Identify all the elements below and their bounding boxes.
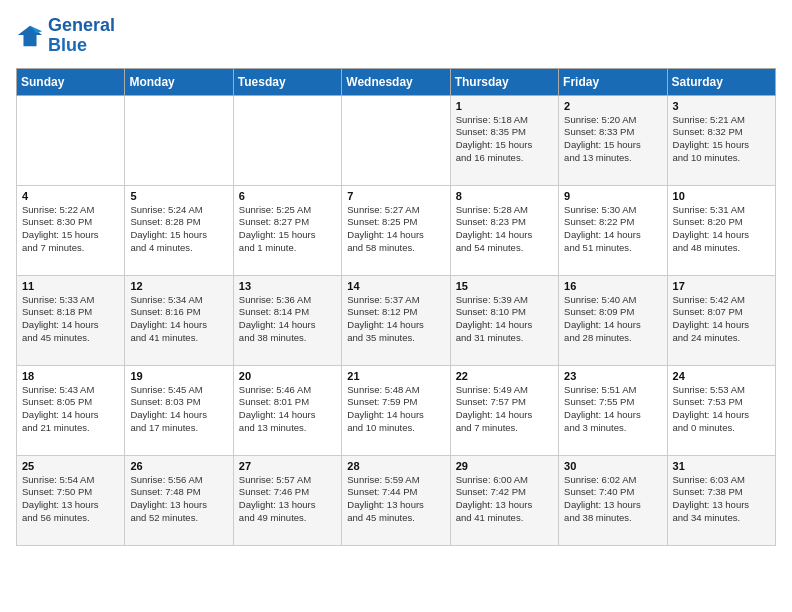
- calendar-cell: 21Sunrise: 5:48 AM Sunset: 7:59 PM Dayli…: [342, 365, 450, 455]
- cell-day-number: 26: [130, 460, 227, 472]
- calendar-cell: 22Sunrise: 5:49 AM Sunset: 7:57 PM Dayli…: [450, 365, 558, 455]
- calendar-cell: 23Sunrise: 5:51 AM Sunset: 7:55 PM Dayli…: [559, 365, 667, 455]
- cell-day-number: 7: [347, 190, 444, 202]
- calendar-cell: 12Sunrise: 5:34 AM Sunset: 8:16 PM Dayli…: [125, 275, 233, 365]
- cell-day-number: 17: [673, 280, 770, 292]
- calendar-cell: 19Sunrise: 5:45 AM Sunset: 8:03 PM Dayli…: [125, 365, 233, 455]
- cell-info: Sunrise: 5:51 AM Sunset: 7:55 PM Dayligh…: [564, 384, 661, 435]
- cell-info: Sunrise: 5:45 AM Sunset: 8:03 PM Dayligh…: [130, 384, 227, 435]
- cell-day-number: 16: [564, 280, 661, 292]
- cell-info: Sunrise: 5:31 AM Sunset: 8:20 PM Dayligh…: [673, 204, 770, 255]
- cell-info: Sunrise: 5:21 AM Sunset: 8:32 PM Dayligh…: [673, 114, 770, 165]
- calendar-cell: 20Sunrise: 5:46 AM Sunset: 8:01 PM Dayli…: [233, 365, 341, 455]
- cell-info: Sunrise: 5:25 AM Sunset: 8:27 PM Dayligh…: [239, 204, 336, 255]
- cell-day-number: 27: [239, 460, 336, 472]
- cell-info: Sunrise: 6:02 AM Sunset: 7:40 PM Dayligh…: [564, 474, 661, 525]
- cell-day-number: 13: [239, 280, 336, 292]
- calendar-cell: 16Sunrise: 5:40 AM Sunset: 8:09 PM Dayli…: [559, 275, 667, 365]
- calendar-cell: 29Sunrise: 6:00 AM Sunset: 7:42 PM Dayli…: [450, 455, 558, 545]
- weekday-header-thursday: Thursday: [450, 68, 558, 95]
- cell-day-number: 1: [456, 100, 553, 112]
- logo-general: General: [48, 15, 115, 35]
- cell-info: Sunrise: 6:00 AM Sunset: 7:42 PM Dayligh…: [456, 474, 553, 525]
- calendar-cell: 2Sunrise: 5:20 AM Sunset: 8:33 PM Daylig…: [559, 95, 667, 185]
- calendar-cell: 31Sunrise: 6:03 AM Sunset: 7:38 PM Dayli…: [667, 455, 775, 545]
- cell-day-number: 28: [347, 460, 444, 472]
- cell-info: Sunrise: 5:33 AM Sunset: 8:18 PM Dayligh…: [22, 294, 119, 345]
- cell-info: Sunrise: 5:34 AM Sunset: 8:16 PM Dayligh…: [130, 294, 227, 345]
- cell-info: Sunrise: 5:37 AM Sunset: 8:12 PM Dayligh…: [347, 294, 444, 345]
- calendar-cell: 3Sunrise: 5:21 AM Sunset: 8:32 PM Daylig…: [667, 95, 775, 185]
- cell-day-number: 24: [673, 370, 770, 382]
- calendar-table: SundayMondayTuesdayWednesdayThursdayFrid…: [16, 68, 776, 546]
- calendar-cell: 1Sunrise: 5:18 AM Sunset: 8:35 PM Daylig…: [450, 95, 558, 185]
- calendar-cell: 30Sunrise: 6:02 AM Sunset: 7:40 PM Dayli…: [559, 455, 667, 545]
- calendar-cell: [342, 95, 450, 185]
- cell-info: Sunrise: 5:48 AM Sunset: 7:59 PM Dayligh…: [347, 384, 444, 435]
- calendar-header: SundayMondayTuesdayWednesdayThursdayFrid…: [17, 68, 776, 95]
- cell-info: Sunrise: 5:20 AM Sunset: 8:33 PM Dayligh…: [564, 114, 661, 165]
- cell-info: Sunrise: 5:39 AM Sunset: 8:10 PM Dayligh…: [456, 294, 553, 345]
- cell-day-number: 8: [456, 190, 553, 202]
- cell-day-number: 14: [347, 280, 444, 292]
- cell-day-number: 25: [22, 460, 119, 472]
- calendar-cell: 11Sunrise: 5:33 AM Sunset: 8:18 PM Dayli…: [17, 275, 125, 365]
- cell-info: Sunrise: 5:18 AM Sunset: 8:35 PM Dayligh…: [456, 114, 553, 165]
- cell-day-number: 20: [239, 370, 336, 382]
- cell-day-number: 9: [564, 190, 661, 202]
- weekday-header-wednesday: Wednesday: [342, 68, 450, 95]
- header: General Blue: [16, 16, 776, 56]
- cell-info: Sunrise: 6:03 AM Sunset: 7:38 PM Dayligh…: [673, 474, 770, 525]
- calendar-cell: 18Sunrise: 5:43 AM Sunset: 8:05 PM Dayli…: [17, 365, 125, 455]
- cell-day-number: 5: [130, 190, 227, 202]
- calendar-week-row: 4Sunrise: 5:22 AM Sunset: 8:30 PM Daylig…: [17, 185, 776, 275]
- cell-info: Sunrise: 5:22 AM Sunset: 8:30 PM Dayligh…: [22, 204, 119, 255]
- calendar-cell: [125, 95, 233, 185]
- cell-day-number: 22: [456, 370, 553, 382]
- cell-info: Sunrise: 5:24 AM Sunset: 8:28 PM Dayligh…: [130, 204, 227, 255]
- calendar-cell: 24Sunrise: 5:53 AM Sunset: 7:53 PM Dayli…: [667, 365, 775, 455]
- weekday-header-monday: Monday: [125, 68, 233, 95]
- cell-day-number: 15: [456, 280, 553, 292]
- cell-day-number: 30: [564, 460, 661, 472]
- calendar-cell: 7Sunrise: 5:27 AM Sunset: 8:25 PM Daylig…: [342, 185, 450, 275]
- cell-info: Sunrise: 5:49 AM Sunset: 7:57 PM Dayligh…: [456, 384, 553, 435]
- logo-text: General Blue: [48, 16, 115, 56]
- cell-day-number: 10: [673, 190, 770, 202]
- cell-info: Sunrise: 5:56 AM Sunset: 7:48 PM Dayligh…: [130, 474, 227, 525]
- cell-info: Sunrise: 5:36 AM Sunset: 8:14 PM Dayligh…: [239, 294, 336, 345]
- cell-day-number: 31: [673, 460, 770, 472]
- calendar-week-row: 18Sunrise: 5:43 AM Sunset: 8:05 PM Dayli…: [17, 365, 776, 455]
- calendar-cell: 10Sunrise: 5:31 AM Sunset: 8:20 PM Dayli…: [667, 185, 775, 275]
- calendar-cell: 14Sunrise: 5:37 AM Sunset: 8:12 PM Dayli…: [342, 275, 450, 365]
- cell-day-number: 4: [22, 190, 119, 202]
- weekday-header-friday: Friday: [559, 68, 667, 95]
- calendar-cell: 9Sunrise: 5:30 AM Sunset: 8:22 PM Daylig…: [559, 185, 667, 275]
- cell-day-number: 23: [564, 370, 661, 382]
- weekday-header-sunday: Sunday: [17, 68, 125, 95]
- calendar-cell: 25Sunrise: 5:54 AM Sunset: 7:50 PM Dayli…: [17, 455, 125, 545]
- cell-info: Sunrise: 5:46 AM Sunset: 8:01 PM Dayligh…: [239, 384, 336, 435]
- calendar-cell: 6Sunrise: 5:25 AM Sunset: 8:27 PM Daylig…: [233, 185, 341, 275]
- logo-bird-icon: [16, 22, 44, 50]
- cell-day-number: 21: [347, 370, 444, 382]
- cell-info: Sunrise: 5:42 AM Sunset: 8:07 PM Dayligh…: [673, 294, 770, 345]
- calendar-cell: 28Sunrise: 5:59 AM Sunset: 7:44 PM Dayli…: [342, 455, 450, 545]
- cell-day-number: 6: [239, 190, 336, 202]
- cell-day-number: 2: [564, 100, 661, 112]
- cell-info: Sunrise: 5:30 AM Sunset: 8:22 PM Dayligh…: [564, 204, 661, 255]
- cell-day-number: 11: [22, 280, 119, 292]
- cell-info: Sunrise: 5:43 AM Sunset: 8:05 PM Dayligh…: [22, 384, 119, 435]
- cell-day-number: 19: [130, 370, 227, 382]
- calendar-week-row: 25Sunrise: 5:54 AM Sunset: 7:50 PM Dayli…: [17, 455, 776, 545]
- cell-day-number: 3: [673, 100, 770, 112]
- calendar-cell: 26Sunrise: 5:56 AM Sunset: 7:48 PM Dayli…: [125, 455, 233, 545]
- calendar-week-row: 1Sunrise: 5:18 AM Sunset: 8:35 PM Daylig…: [17, 95, 776, 185]
- svg-marker-0: [18, 26, 42, 47]
- cell-info: Sunrise: 5:28 AM Sunset: 8:23 PM Dayligh…: [456, 204, 553, 255]
- cell-info: Sunrise: 5:40 AM Sunset: 8:09 PM Dayligh…: [564, 294, 661, 345]
- calendar-cell: 13Sunrise: 5:36 AM Sunset: 8:14 PM Dayli…: [233, 275, 341, 365]
- calendar-week-row: 11Sunrise: 5:33 AM Sunset: 8:18 PM Dayli…: [17, 275, 776, 365]
- cell-day-number: 12: [130, 280, 227, 292]
- calendar-cell: [233, 95, 341, 185]
